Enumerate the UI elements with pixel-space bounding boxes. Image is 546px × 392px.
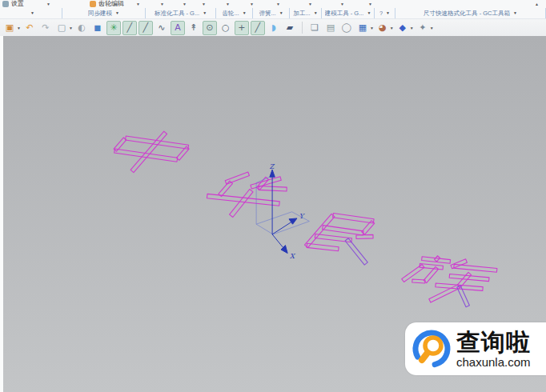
ribbon-group-3: 齿轮...▼ <box>216 8 253 18</box>
line-icon[interactable]: ╱ <box>122 21 137 35</box>
shaded-cube-icon[interactable]: ◼ <box>90 21 105 35</box>
ribbon-group-label: ? <box>379 10 383 17</box>
toolbar-dropdown-caret-icon[interactable]: ▼ <box>370 26 374 30</box>
arc-icon[interactable]: ○ <box>219 21 233 35</box>
ribbon-group-label: 齿轮... <box>222 10 239 18</box>
ribbon-group-label: 标准化工具 - G... <box>155 10 199 18</box>
ribbon-group-row: ▼同步建模▼标准化工具 - G...▼齿轮...▼弹簧...▼加工...▼建模工… <box>0 8 546 19</box>
group-dropdown-caret-icon[interactable]: ▼ <box>243 11 247 15</box>
image-icon[interactable]: ▤ <box>323 21 338 35</box>
dropdown-caret-icon[interactable]: ▼ <box>368 2 372 6</box>
dropdown-caret-icon[interactable]: ▼ <box>183 2 187 6</box>
snap-point-icon[interactable]: ✳ <box>106 21 121 35</box>
watermark-badge: 查询啦 chaxunla.com <box>405 322 546 375</box>
z-axis-arrow-icon <box>270 170 275 177</box>
sketch-icon[interactable]: ▣ <box>2 21 17 35</box>
y-axis-label: Y <box>299 212 305 220</box>
ribbon-group-label: 建模工具 - G... <box>325 10 364 18</box>
dropdown-caret-icon[interactable]: ▼ <box>136 2 140 6</box>
nx-application-window: 设置 ▼ 齿轮编辑 ▼ ▼ ▼ ▼ ▼ ▼ ▼ ▼ ▼ ▼ ▲ ▼同步建模▼标准… <box>0 0 546 392</box>
toolbar-dropdown-caret-icon[interactable]: ▼ <box>17 26 21 30</box>
dropdown-caret-icon[interactable]: ▼ <box>276 2 280 6</box>
dropdown-caret-icon[interactable]: ▼ <box>160 2 164 6</box>
toolbar-dropdown-caret-icon[interactable]: ▼ <box>410 26 414 30</box>
ribbon-group-label: 尺寸快速格式化工具 - GC工具箱 <box>424 10 510 18</box>
ribbon-collapse-icon[interactable]: ▲ <box>535 2 539 6</box>
ribbon-group-label: 加工... <box>293 10 310 18</box>
wireframe-char <box>207 172 287 217</box>
toolbar-separator <box>302 22 303 34</box>
ribbon-group-2: 标准化工具 - G...▼ <box>146 8 216 18</box>
ribbon-command-settings[interactable]: 设置 <box>2 0 24 8</box>
ribbon-group-5: 加工...▼ <box>290 8 322 18</box>
main-toolbar: ▣▼↶↷▢▼◐◼✳╱╱∿A↟⊙○+╱◗▰❏▤◯▦▼◕▼◆▼✦▼ <box>0 19 546 37</box>
wireframe-char <box>304 214 374 265</box>
dropdown-caret-icon[interactable]: ▼ <box>46 2 50 6</box>
point-arrow-icon[interactable]: ↟ <box>187 21 201 35</box>
ribbon-group-label: 弹簧... <box>259 10 275 18</box>
ribbon-group-0: ▼ <box>0 8 62 18</box>
rect-select-icon[interactable]: ▢ <box>54 21 69 35</box>
sheet-icon[interactable]: ▰ <box>283 21 297 35</box>
group-dropdown-caret-icon[interactable]: ▼ <box>367 11 371 15</box>
undo-icon[interactable]: ↶ <box>22 21 37 35</box>
dropdown-caret-icon[interactable]: ▼ <box>250 2 254 6</box>
sphere-render-icon[interactable]: ◐ <box>74 21 89 35</box>
dropdown-caret-icon[interactable]: ▼ <box>202 2 206 6</box>
torus-icon[interactable]: ◯ <box>339 21 354 35</box>
group-dropdown-caret-icon[interactable]: ▼ <box>386 11 390 15</box>
table-icon[interactable]: ▦ <box>355 21 370 35</box>
studio-spline-icon[interactable]: A <box>171 21 185 35</box>
dropdown-caret-icon[interactable]: ▼ <box>226 2 230 6</box>
gear-icon <box>2 1 9 7</box>
ribbon-command-label: 齿轮编辑 <box>98 0 124 8</box>
spline-icon[interactable]: ∿ <box>155 21 169 35</box>
graphics-viewport[interactable]: 中华民族 Z Y X <box>0 36 546 392</box>
line3-icon[interactable]: ╱ <box>251 21 265 35</box>
circle-center-icon[interactable]: ⊙ <box>203 21 217 35</box>
line2-icon[interactable]: ╱ <box>139 21 153 35</box>
more-tools-icon[interactable]: ✦ <box>416 21 430 35</box>
ribbon-group-label: 同步建模 <box>88 10 112 18</box>
redo-icon[interactable]: ↷ <box>38 21 53 35</box>
wireframe-char <box>402 256 497 307</box>
group-dropdown-caret-icon[interactable]: ▼ <box>513 11 517 15</box>
ribbon-group-4: 弹簧...▼ <box>253 8 290 18</box>
point-icon[interactable]: + <box>235 21 249 35</box>
group-dropdown-caret-icon[interactable]: ▼ <box>314 11 318 15</box>
x-axis-label: X <box>290 252 295 260</box>
ribbon-command-gear-edit[interactable]: 齿轮编辑 <box>90 0 124 8</box>
toolbar-dropdown-caret-icon[interactable]: ▼ <box>430 26 434 30</box>
group-dropdown-caret-icon[interactable]: ▼ <box>115 11 119 15</box>
group-dropdown-caret-icon[interactable]: ▼ <box>279 11 283 15</box>
ribbon-group-7: ?▼ <box>375 8 395 18</box>
dropdown-caret-icon[interactable]: ▼ <box>308 2 312 6</box>
ribbon-group-8: 尺寸快速格式化工具 - GC工具箱▼ <box>395 8 546 18</box>
toolbar-dropdown-caret-icon[interactable]: ▼ <box>69 26 73 30</box>
y-axis-arrow-icon <box>289 218 297 224</box>
toolbar-dropdown-caret-icon[interactable]: ▼ <box>390 26 394 30</box>
group-dropdown-caret-icon[interactable]: ▼ <box>30 11 34 15</box>
gear-orange-icon <box>90 1 96 7</box>
ribbon-group-1: 同步建模▼ <box>62 8 146 18</box>
solid-cube-icon[interactable]: ◆ <box>395 21 410 35</box>
ribbon-group-6: 建模工具 - G...▼ <box>322 8 375 18</box>
group-dropdown-caret-icon[interactable]: ▼ <box>203 11 207 15</box>
section-icon[interactable]: ◕ <box>375 21 390 35</box>
wireframe-char <box>114 131 189 172</box>
z-axis-label: Z <box>269 162 275 170</box>
window-icon[interactable]: ❏ <box>307 21 322 35</box>
face-icon[interactable]: ◗ <box>267 21 281 35</box>
watermark-title: 查询啦 <box>456 330 531 354</box>
chaxunla-logo-icon <box>410 327 453 370</box>
ribbon: 设置 ▼ 齿轮编辑 ▼ ▼ ▼ ▼ ▼ ▼ ▼ ▼ ▼ ▼ ▲ ▼同步建模▼标准… <box>0 0 546 36</box>
ribbon-command-label: 设置 <box>11 0 24 8</box>
watermark-domain: chaxunla.com <box>456 356 531 368</box>
dropdown-caret-icon[interactable]: ▼ <box>340 2 344 6</box>
ribbon-command-row: 设置 ▼ 齿轮编辑 ▼ ▼ ▼ ▼ ▼ ▼ ▼ ▼ ▼ ▼ ▲ <box>0 0 546 8</box>
